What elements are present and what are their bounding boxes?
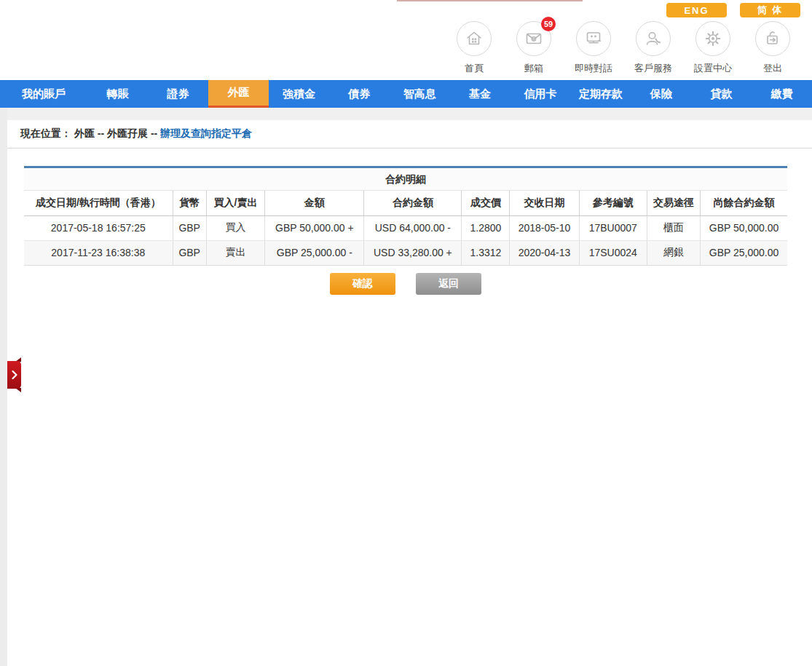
table-cell: USD 64,000.00 - [364,215,462,240]
main-nav: 我的賬戶轉賬證券外匯強積金債券智高息基金信用卡定期存款保險貸款繳費 [0,80,812,108]
quick-link-settings[interactable]: 設置中心 [683,21,743,75]
home-icon [457,21,492,56]
unread-count-badge: 59 [541,17,556,31]
quick-link-label: 設置中心 [694,62,732,75]
chevron-right-icon [7,361,21,389]
lang-switch-simplified[interactable]: 简 体 [740,3,800,17]
table-cell: 2020-04-13 [510,240,579,265]
customer-service-icon [636,21,671,56]
table-header-cell: 交易途徑 [647,191,700,215]
quick-link-label: 首頁 [465,62,484,75]
lang-switch-eng[interactable]: ENG [666,3,727,17]
table-cell: 2017-11-23 16:38:38 [24,240,173,265]
quick-link-label: 郵箱 [524,62,543,75]
quick-link-label: 即時對話 [575,62,612,75]
breadcrumb-current-link[interactable]: 辦理及查詢指定平倉 [160,127,252,140]
table-cell: 17BU0007 [579,215,647,240]
mail-icon: 59 [516,21,551,56]
nav-tab-11[interactable]: 貸款 [691,80,752,108]
page: ENG 简 体 首頁 [0,0,812,666]
table-header-cell: 買入/賣出 [206,191,265,215]
quick-link-label: 登出 [763,62,782,75]
table-cell: 買入 [206,215,265,240]
quick-link-customer-service[interactable]: 客戶服務 [623,21,683,75]
table-header-cell: 成交價 [462,191,510,215]
table-cell: 1.2800 [462,215,510,240]
logout-icon [755,21,790,56]
table-header-cell: 貨幣 [173,191,206,215]
table-caption: 合約明細 [24,168,787,191]
nav-tab-2[interactable]: 證券 [148,80,208,108]
back-button[interactable]: 返回 [416,273,481,295]
table-header-cell: 參考編號 [579,191,647,215]
page-left-margin [0,108,7,666]
table-cell: GBP 25,000.00 [701,240,787,265]
breadcrumb-label: 現在位置： [20,127,71,140]
table-header-cell: 成交日期/執行時間（香港） [24,191,173,215]
nav-tab-0[interactable]: 我的賬戶 [0,80,87,108]
breadcrumb: 現在位置： 外匯 -- 外匯孖展 -- 辦理及查詢指定平倉 [7,120,812,148]
nav-tab-7[interactable]: 基金 [450,80,511,108]
table-cell: 網銀 [647,240,700,265]
quick-link-home[interactable]: 首頁 [444,21,504,75]
table-cell: 2018-05-10 [510,215,579,240]
table-header-row: 成交日期/執行時間（香港）貨幣買入/賣出金額合約金額成交價交收日期參考編號交易途… [24,191,787,215]
table-cell: GBP 50,000.00 [701,215,787,240]
contracts-table: 合約明細 成交日期/執行時間（香港）貨幣買入/賣出金額合約金額成交價交收日期參考… [24,166,787,266]
table-cell: 17SU0024 [579,240,647,265]
table-cell: 1.3312 [462,240,510,265]
table-cell: USD 33,280.00 + [364,240,462,265]
table-cell: GBP 50,000.00 + [265,215,364,240]
chat-icon [576,21,611,56]
confirm-button[interactable]: 確認 [330,273,395,295]
table-header-cell: 尚餘合約金額 [701,191,787,215]
table-body: 2017-05-18 16:57:25GBP買入GBP 50,000.00 +U… [24,215,787,265]
nav-tab-9[interactable]: 定期存款 [570,80,631,108]
table-cell: GBP [173,240,206,265]
top-edge-artifact [397,0,583,1]
table-cell: 2017-05-18 16:57:25 [24,215,173,240]
quick-link-logout[interactable]: 登出 [743,21,803,75]
side-panel-toggle[interactable] [7,357,21,393]
quick-icons: 首頁 59 郵箱 [444,21,803,75]
nav-tab-4[interactable]: 強積金 [269,80,329,108]
table-header-cell: 金額 [265,191,364,215]
table-cell: GBP 25,000.00 - [265,240,364,265]
breadcrumb-path-text: 外匯 -- 外匯孖展 -- [74,127,157,140]
nav-tab-3[interactable]: 外匯 [208,80,269,108]
nav-tab-6[interactable]: 智高息 [390,80,450,108]
table-header-cell: 合約金額 [364,191,462,215]
contract-row: 2017-11-23 16:38:38GBP賣出GBP 25,000.00 -U… [24,240,787,265]
nav-tab-8[interactable]: 信用卡 [511,80,571,108]
nav-tab-12[interactable]: 繳費 [752,80,812,108]
gap-strip [0,108,812,120]
nav-tab-5[interactable]: 債券 [329,80,390,108]
table-cell: 賣出 [206,240,265,265]
table-header-cell: 交收日期 [510,191,579,215]
table-cell: GBP [173,215,206,240]
quick-link-mailbox[interactable]: 59 郵箱 [504,21,564,75]
nav-tab-10[interactable]: 保險 [631,80,691,108]
top-bar: ENG 简 体 首頁 [0,0,812,80]
quick-link-label: 客戶服務 [634,62,672,75]
quick-link-live-chat[interactable]: 即時對話 [564,21,623,75]
nav-tab-1[interactable]: 轉賬 [87,80,148,108]
table-cell: 櫃面 [647,215,700,240]
contract-row: 2017-05-18 16:57:25GBP買入GBP 50,000.00 +U… [24,215,787,240]
settings-icon [695,21,730,56]
